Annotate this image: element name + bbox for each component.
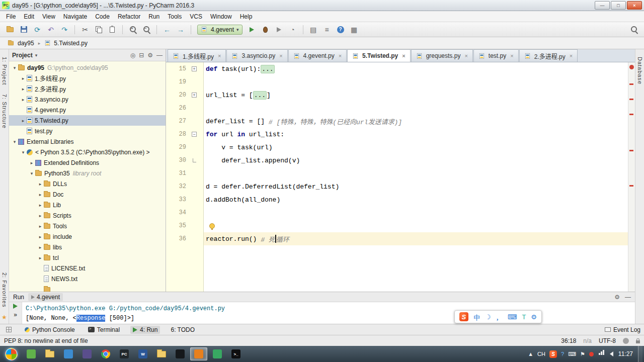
debug-icon[interactable] — [260, 24, 272, 35]
run-console[interactable]: C:\Python35\python.exe G:/python_code/da… — [22, 302, 635, 324]
tree-item-3-asyncio-py[interactable]: ▸3.asyncio.py — [9, 94, 166, 105]
stripe-2-favorites[interactable]: 2: Favorites — [2, 273, 8, 307]
menu-file[interactable]: File — [2, 12, 20, 21]
taskbar-app-3[interactable] — [78, 347, 96, 360]
tab-close-icon[interactable]: × — [402, 53, 405, 59]
code-line[interactable] — [204, 206, 628, 219]
tab-5-twisted-py[interactable]: 5.Twisted.py× — [347, 49, 411, 62]
paste-icon[interactable] — [106, 24, 118, 35]
code-line[interactable]: def task(url):... — [204, 62, 628, 75]
tab-1-duoxiancheng-py[interactable]: 1.多线程.py× — [168, 49, 226, 62]
forward-icon[interactable]: → — [175, 24, 187, 35]
chevron-down-icon[interactable]: ▾ — [35, 53, 38, 58]
tree-expand-arrow[interactable]: ▸ — [29, 160, 35, 165]
tree-item-libs[interactable]: ▸libs — [9, 242, 166, 252]
tab-grequests-py[interactable]: grequests.py× — [411, 49, 473, 62]
code-line[interactable]: d = defer.DeferredList(defer_list) — [204, 180, 628, 193]
search-everywhere-icon[interactable] — [628, 24, 640, 35]
tree-item-lib[interactable]: ▸Lib — [9, 200, 166, 210]
run-button[interactable] — [246, 24, 258, 35]
editor-line-32[interactable]: 32d = defer.DeferredList(defer_list) — [166, 180, 628, 193]
run-config-select[interactable]: 4.gevent▾ — [197, 25, 243, 35]
tree-item-extended-definitions[interactable]: ▸Extended Definitions — [9, 157, 166, 168]
toolwindow-todo[interactable]: 6: TODO — [168, 326, 197, 334]
error-stripe-mark[interactable] — [629, 150, 633, 151]
menu-refactor[interactable]: Refactor — [114, 12, 144, 21]
code-line[interactable]: d.addBoth(all_done) — [204, 193, 628, 206]
zoom-in-icon[interactable]: + — [127, 24, 139, 35]
action-center-icon[interactable]: ⚑ — [580, 351, 585, 357]
taskbar-chrome-icon[interactable] — [97, 347, 114, 360]
tree-item-5-twisted-py[interactable]: ▸5.Twisted.py — [9, 115, 166, 126]
readonly-lock-icon[interactable] — [636, 340, 640, 343]
breadcrumb-item-day95[interactable]: day95 — [5, 39, 36, 48]
code-line[interactable] — [204, 75, 628, 88]
network-tray-icon[interactable] — [599, 353, 600, 355]
fold-expand-icon[interactable]: + — [192, 66, 197, 71]
encoding-indicator[interactable]: UTF-8 — [599, 337, 616, 344]
input-language-indicator[interactable]: CH — [537, 351, 545, 357]
menu-vcs[interactable]: VCS — [186, 12, 206, 21]
error-stripe-mark[interactable] — [629, 185, 633, 187]
code-line[interactable]: defer_list = [] # [特殊，特殊，特殊(已经向url发送请求)] — [204, 115, 628, 128]
caret-position[interactable]: 36:18 — [561, 337, 576, 344]
code-line[interactable]: reactor.run() # 死循环 — [204, 232, 628, 245]
run-gear-icon[interactable]: ⚙ — [614, 294, 620, 301]
tree-item-dlls[interactable]: ▸DLLs — [9, 178, 166, 189]
tree-item-external-libraries[interactable]: ▾External Libraries — [9, 136, 166, 147]
tree-expand-arrow[interactable]: ▾ — [12, 65, 18, 70]
tree-expand-arrow[interactable]: ▸ — [37, 192, 43, 197]
tree-item-tools[interactable]: ▸Tools — [9, 221, 166, 231]
taskbar-app-2[interactable] — [60, 347, 77, 360]
code-line[interactable]: defer_list.append(v) — [204, 154, 628, 167]
tab-close-icon[interactable]: × — [570, 53, 573, 59]
menu-edit[interactable]: Edit — [20, 12, 38, 21]
tree-expand-arrow[interactable]: ▾ — [20, 150, 26, 155]
tree-item-4-gevent-py[interactable]: 4.gevent.py — [9, 105, 166, 115]
taskbar-clock[interactable]: 11:27 — [615, 350, 636, 357]
error-stripe-mark[interactable] — [629, 83, 633, 85]
toolwindow-run[interactable]: 4: Run — [130, 326, 160, 334]
collapse-all-icon[interactable]: ⊟ — [139, 52, 144, 59]
undo-icon[interactable]: ↶ — [45, 24, 57, 35]
tree-item-python-3-5-2-c-python35-python-exe[interactable]: ▾< Python 3.5.2 (C:\Python35\python.exe)… — [9, 147, 166, 157]
editor-line-35[interactable]: 35 — [166, 219, 628, 232]
run-config-tab[interactable]: 4.gevent — [28, 293, 63, 301]
code-line[interactable] — [204, 167, 628, 180]
tree-item-license-txt[interactable]: LICENSE.txt — [9, 263, 166, 274]
error-stripe-mark[interactable] — [629, 114, 633, 115]
tree-item-test-py[interactable]: test.py — [9, 126, 166, 136]
code-line[interactable]: url_list = [...] — [204, 88, 628, 102]
menu-window[interactable]: Window — [206, 12, 236, 21]
tab-4-gevent-py[interactable]: 4.gevent.py× — [288, 49, 347, 62]
taskbar-folder-icon[interactable] — [41, 347, 58, 360]
tab-close-icon[interactable]: × — [279, 53, 282, 59]
project-gear-icon[interactable]: ⚙ — [147, 52, 153, 59]
stripe-7-structure[interactable]: 7: Structure — [2, 94, 8, 129]
project-panel-title[interactable]: Project — [12, 52, 33, 59]
sync-icon[interactable]: ⟳ — [31, 24, 43, 35]
compare-icon[interactable]: ▤ — [307, 24, 319, 35]
tree-expand-arrow[interactable]: ▾ — [12, 139, 18, 144]
tree-item-day95[interactable]: ▾day95G:\python_code\day95 — [9, 62, 166, 73]
code-line[interactable] — [204, 102, 628, 115]
menu-view[interactable]: View — [38, 12, 59, 21]
toolwindow-terminal[interactable]: Terminal — [86, 326, 122, 334]
minimize-button[interactable]: — — [595, 1, 610, 10]
taskbar-app-1[interactable] — [23, 347, 40, 360]
error-stripe-mark[interactable] — [629, 99, 633, 100]
taskbar-cmd-icon[interactable]: >_ — [227, 347, 245, 360]
menu-tools[interactable]: Tools — [164, 12, 186, 21]
editor-line-19[interactable]: 19 — [166, 75, 628, 88]
menu-help[interactable]: Help — [236, 12, 257, 21]
zoom-out-icon[interactable]: − — [140, 24, 152, 35]
fullwidth-moon-icon[interactable]: ☽ — [485, 313, 491, 321]
locate-source-icon[interactable]: ◎ — [130, 52, 135, 59]
stripe-1-project[interactable]: 1: Project — [2, 57, 8, 85]
back-icon[interactable]: ← — [161, 24, 173, 35]
sogou-help-tray-icon[interactable]: ? — [561, 351, 564, 357]
line-separator-indicator[interactable]: n/a — [583, 337, 592, 344]
console-line-1[interactable]: C:\Python35\python.exe G:/python_code/da… — [26, 304, 635, 313]
inspections-indicator-icon[interactable] — [623, 338, 629, 344]
hide-run-panel-icon[interactable]: — — [625, 294, 631, 301]
